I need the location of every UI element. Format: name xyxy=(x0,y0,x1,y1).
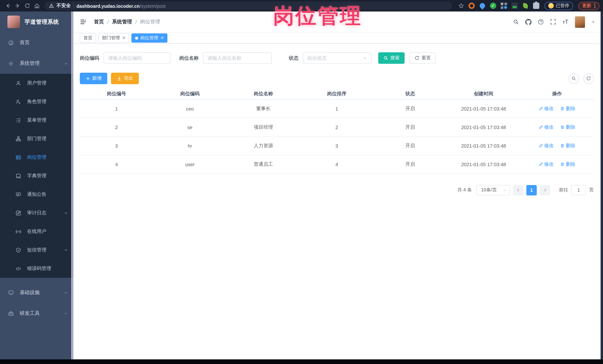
extension-icon-6[interactable] xyxy=(522,3,528,9)
next-page-button[interactable] xyxy=(540,185,550,195)
bookmark-star-icon[interactable] xyxy=(457,2,465,10)
post-name-input[interactable]: 请输入岗位名称 xyxy=(203,52,272,64)
back-icon[interactable] xyxy=(4,2,12,10)
collapse-sidebar-icon[interactable] xyxy=(80,19,86,25)
extensions-puzzle-icon[interactable] xyxy=(533,3,539,9)
prev-page-button[interactable] xyxy=(513,185,523,195)
goto-page-input[interactable] xyxy=(571,185,586,195)
font-size-icon[interactable] xyxy=(562,19,568,25)
search-button[interactable]: 搜索 xyxy=(378,52,405,64)
post-code-input[interactable]: 请输入岗位编码 xyxy=(104,52,170,64)
tab-home[interactable]: 首页 xyxy=(80,33,96,43)
sidebar-item-roles[interactable]: 角色管理 xyxy=(0,92,73,111)
toggle-search-button[interactable] xyxy=(568,73,579,84)
sidebar-item-notices[interactable]: 通知公告 xyxy=(0,185,73,204)
page-content: 岗位编码 请输入岗位编码 岗位名称 请输入岗位名称 状态 岗位状态 xyxy=(73,44,600,359)
browser-menu-icon[interactable] xyxy=(594,3,595,8)
sidebar-item-audit-log[interactable]: 审计日志 xyxy=(0,204,73,222)
user-menu-caret-icon[interactable] xyxy=(591,20,595,24)
delete-link[interactable]: 删除 xyxy=(560,143,576,149)
home-icon[interactable] xyxy=(33,2,41,10)
status-text: 开启 xyxy=(373,155,447,174)
sidebar-item-sms[interactable]: 短信管理 xyxy=(0,241,73,259)
sidebar-scrollbar[interactable] xyxy=(71,11,73,359)
delete-link[interactable]: 删除 xyxy=(560,106,576,112)
app-logo-row[interactable]: 芋道管理系统 xyxy=(0,11,73,32)
fullscreen-icon[interactable] xyxy=(550,19,556,25)
breadcrumb-current: 岗位管理 xyxy=(140,19,160,25)
app-header: 首页 / 系统管理 / 岗位管理 xyxy=(73,11,600,32)
dashboard-icon xyxy=(8,40,14,45)
table-row[interactable]: 2 se 项目经理 2 开启 2021-01-05 17:03:48 修改 删除 xyxy=(80,118,594,136)
edit-link[interactable]: 修改 xyxy=(539,106,554,112)
chevron-down-icon xyxy=(363,56,367,60)
col-post-sort: 岗位排序 xyxy=(300,88,374,99)
table-row[interactable]: 3 hr 人力资源 3 开启 2021-01-05 17:03:48 修改 删除 xyxy=(80,136,594,155)
edit-link[interactable]: 修改 xyxy=(539,161,554,168)
extension-icon-4[interactable] xyxy=(500,3,507,9)
export-button[interactable]: 导出 xyxy=(111,73,139,84)
reset-button[interactable]: 重置 xyxy=(409,52,436,64)
page-size-select[interactable]: 10条/页 xyxy=(476,185,510,195)
table-row[interactable]: 1 ceo 董事长 1 开启 2021-01-05 17:03:48 修改 删除 xyxy=(80,99,594,118)
delete-link[interactable]: 删除 xyxy=(560,161,576,168)
book-icon xyxy=(16,173,21,178)
sidebar-item-home[interactable]: 首页 xyxy=(0,32,73,53)
close-icon[interactable]: ✕ xyxy=(122,36,126,40)
col-post-code: 岗位编码 xyxy=(153,88,227,99)
reload-icon[interactable] xyxy=(23,2,31,10)
sidebar-item-departments[interactable]: 部门管理 xyxy=(0,129,73,148)
user-icon xyxy=(16,80,21,86)
main-panel: 首页 / 系统管理 / 岗位管理 xyxy=(73,11,600,359)
col-created: 创建时间 xyxy=(447,88,521,99)
sidebar-item-infrastructure[interactable]: 基础设施 xyxy=(0,282,73,303)
forward-icon[interactable] xyxy=(13,2,22,10)
avatar[interactable] xyxy=(575,16,585,28)
page-suffix: 页 xyxy=(589,187,594,193)
sidebar: 芋道管理系统 首页 系统管理 xyxy=(0,11,73,359)
paused-extension-badge[interactable]: 已暂停 xyxy=(544,2,573,10)
extension-icon-5[interactable] xyxy=(511,3,518,9)
security-label[interactable]: 不安全 xyxy=(57,3,71,9)
online-signal-icon xyxy=(16,229,21,234)
total-count: 共 4 条 xyxy=(457,187,472,193)
search-icon[interactable] xyxy=(513,19,519,25)
sidebar-item-online-users[interactable]: 在线用户 xyxy=(0,222,73,241)
sidebar-item-dev-tools[interactable]: 研发工具 xyxy=(0,303,73,324)
url-divider xyxy=(73,3,74,8)
sidebar-item-menus[interactable]: 菜单管理 xyxy=(0,111,73,129)
status-select[interactable]: 岗位状态 xyxy=(303,52,371,64)
delete-link[interactable]: 删除 xyxy=(560,124,576,131)
breadcrumb-system[interactable]: 系统管理 xyxy=(112,19,132,25)
extension-icon-2[interactable] xyxy=(478,2,486,10)
extension-icon-3[interactable]: ✓ xyxy=(490,3,496,9)
add-button[interactable]: 新增 xyxy=(80,73,107,84)
org-tree-icon xyxy=(16,136,21,142)
chrome-update-button[interactable]: 更新 xyxy=(578,2,599,10)
window-scrollbar[interactable] xyxy=(600,11,603,359)
table-row[interactable]: 4 user 普通员工 4 开启 2021-01-05 17:03:48 修改 … xyxy=(80,155,594,174)
status-text: 开启 xyxy=(373,136,447,155)
close-icon[interactable]: ✕ xyxy=(160,36,164,40)
tab-posts[interactable]: 岗位管理 ✕ xyxy=(131,33,167,43)
status-text: 开启 xyxy=(373,99,447,118)
browser-toolbar: 不安全 dashboard.yudao.iocoder.cn/system/po… xyxy=(0,0,603,11)
address-bar[interactable]: 不安全 dashboard.yudao.iocoder.cn/system/po… xyxy=(45,1,452,10)
sidebar-item-dictionary[interactable]: 字典管理 xyxy=(0,166,73,185)
post-badge-icon xyxy=(16,154,21,160)
github-icon[interactable] xyxy=(525,19,531,25)
url-text[interactable]: dashboard.yudao.iocoder.cn/system/post xyxy=(76,2,166,9)
page-number-current[interactable]: 1 xyxy=(526,185,537,195)
refresh-button[interactable] xyxy=(583,73,594,84)
tab-departments[interactable]: 部门管理 ✕ xyxy=(98,33,129,43)
sidebar-item-posts[interactable]: 岗位管理 xyxy=(0,148,73,166)
breadcrumb-home[interactable]: 首页 xyxy=(94,19,104,25)
edit-link[interactable]: 修改 xyxy=(539,124,554,131)
help-icon[interactable] xyxy=(538,19,544,25)
sidebar-item-error-codes[interactable]: 错误码管理 xyxy=(0,259,73,278)
chevron-up-icon xyxy=(64,61,68,66)
sidebar-item-system[interactable]: 系统管理 xyxy=(0,53,73,74)
sidebar-item-users[interactable]: 用户管理 xyxy=(0,74,73,92)
edit-link[interactable]: 修改 xyxy=(539,143,554,149)
extension-icon-1[interactable] xyxy=(468,3,475,9)
